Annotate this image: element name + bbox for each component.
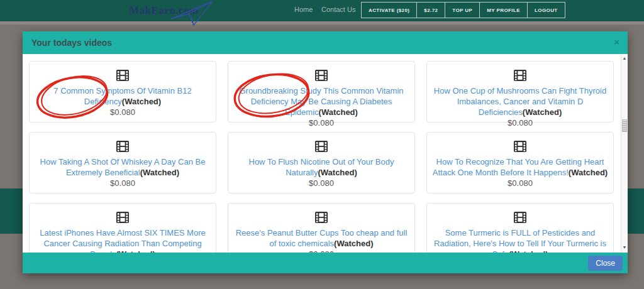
balance-button[interactable]: $2.72 <box>416 2 445 18</box>
site-header: MakEarn.com Home Contact Us ACTIVATE ($2… <box>0 0 644 21</box>
modal-header: Your todays videos × <box>23 31 628 54</box>
nav-contact-us[interactable]: Contact Us <box>321 6 355 13</box>
video-title-link[interactable]: How Taking A Shot Of Whiskey A Day Can B… <box>40 157 206 177</box>
watched-label: (Watched) <box>523 107 562 117</box>
video-card: How One Cup of Mushrooms Can Fight Thyro… <box>426 61 614 123</box>
scrollbar-thumb[interactable] <box>622 119 627 132</box>
video-price: $0.080 <box>228 178 414 188</box>
video-title-row: Latest iPhones Have Almost SIX TIMES Mor… <box>30 227 216 253</box>
video-price: $0.080 <box>427 118 613 128</box>
modal-scrollbar[interactable]: ▲ ▼ <box>621 54 628 253</box>
modal-body: 7 Common Symptoms Of Vitamin B12 Deficie… <box>23 54 628 253</box>
film-icon <box>314 69 328 82</box>
modal-title: Your todays videos <box>23 31 628 54</box>
watched-label: (Watched) <box>319 107 358 117</box>
video-title-row: How One Cup of Mushrooms Can Fight Thyro… <box>427 85 613 117</box>
video-price: $0.080 <box>228 118 414 128</box>
video-title-link[interactable]: How One Cup of Mushrooms Can Fight Thyro… <box>434 86 606 117</box>
video-price: $0.080 <box>30 107 216 117</box>
video-card: How Taking A Shot Of Whiskey A Day Can B… <box>29 132 216 194</box>
video-card: Groundbreaking Study This Common Vitamin… <box>228 61 415 123</box>
video-card: Latest iPhones Have Almost SIX TIMES Mor… <box>29 203 216 253</box>
film-icon <box>116 211 130 224</box>
close-icon[interactable]: × <box>614 31 619 53</box>
video-card-grid: 7 Common Symptoms Of Vitamin B12 Deficie… <box>23 54 621 253</box>
video-title-row: Reese's Peanut Butter Cups Too cheap and… <box>228 227 414 249</box>
screen: MakEarn.com Home Contact Us ACTIVATE ($2… <box>0 0 644 289</box>
video-price: $0.080 <box>427 178 613 188</box>
logout-button[interactable]: LOGOUT <box>527 2 565 18</box>
film-icon <box>116 140 130 153</box>
todays-videos-modal: Your todays videos × 7 Common Symptoms O… <box>23 31 628 273</box>
video-card: How To Recognize That You Are Getting He… <box>426 132 614 194</box>
activate-button[interactable]: ACTIVATE ($20) <box>361 2 417 18</box>
video-title-row: Groundbreaking Study This Common Vitamin… <box>228 85 414 117</box>
film-icon <box>513 140 527 153</box>
video-title-row: How To Recognize That You Are Getting He… <box>427 156 613 178</box>
film-icon <box>314 211 328 224</box>
top-up-button[interactable]: TOP UP <box>445 2 480 18</box>
video-title-row: 7 Common Symptoms Of Vitamin B12 Deficie… <box>30 85 216 107</box>
film-icon <box>513 211 527 224</box>
backdrop-strip <box>0 21 644 25</box>
video-title-link[interactable]: Reese's Peanut Butter Cups Too cheap and… <box>236 228 408 248</box>
scroll-down-icon[interactable]: ▼ <box>621 245 628 249</box>
video-title-row: Some Turmeric is FULL of Pesticides and … <box>427 227 613 253</box>
video-card: How To Flush Nicotine Out of Your Body N… <box>228 132 415 194</box>
nav-home[interactable]: Home <box>294 6 313 13</box>
watched-label: (Watched) <box>318 168 357 177</box>
header-button-group: ACTIVATE ($20) $2.72 TOP UP MY PROFILE L… <box>362 2 565 18</box>
film-icon <box>513 69 527 82</box>
video-price: $0.080 <box>30 178 216 188</box>
watched-label: (Watched) <box>122 97 161 106</box>
film-icon <box>116 69 130 82</box>
video-title-row: How Taking A Shot Of Whiskey A Day Can B… <box>30 156 216 178</box>
scroll-up-icon[interactable]: ▲ <box>621 56 628 60</box>
watched-label: (Watched) <box>569 168 608 177</box>
film-icon <box>314 140 328 153</box>
watched-label: (Watched) <box>334 239 373 248</box>
my-profile-button[interactable]: MY PROFILE <box>479 2 528 18</box>
close-button[interactable]: Close <box>588 256 623 271</box>
watched-label: (Watched) <box>140 168 179 177</box>
video-card: Some Turmeric is FULL of Pesticides and … <box>426 203 614 253</box>
video-card: 7 Common Symptoms Of Vitamin B12 Deficie… <box>29 61 216 123</box>
video-card: Reese's Peanut Butter Cups Too cheap and… <box>228 203 415 253</box>
video-title-row: How To Flush Nicotine Out of Your Body N… <box>228 156 414 178</box>
modal-footer: Close <box>23 253 628 273</box>
paper-plane-icon <box>169 0 219 28</box>
